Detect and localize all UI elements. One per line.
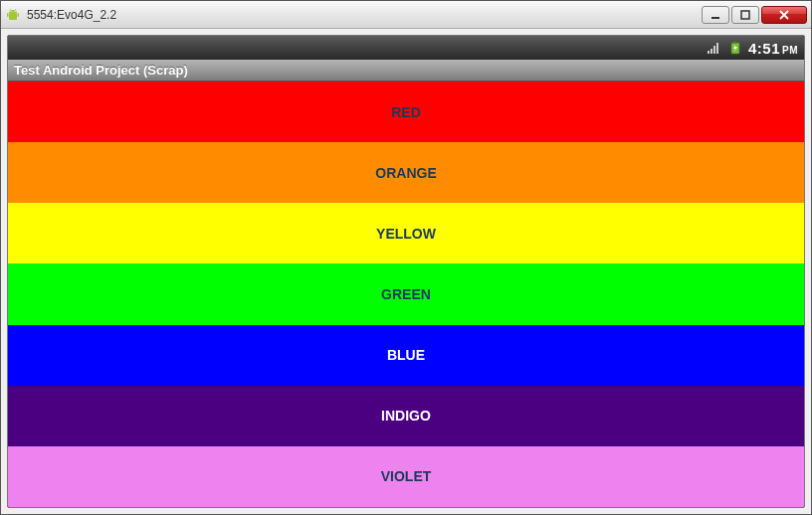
close-button[interactable] bbox=[761, 6, 807, 24]
svg-point-2 bbox=[14, 10, 15, 11]
list-item[interactable]: INDIGO bbox=[8, 386, 804, 446]
list-item[interactable]: ORANGE bbox=[8, 142, 804, 203]
list-item[interactable]: GREEN bbox=[8, 263, 804, 324]
clock-time: 4:51 bbox=[748, 40, 780, 57]
svg-point-1 bbox=[10, 10, 11, 11]
client-area: 4:51PM Test Android Project (Scrap) REDO… bbox=[1, 29, 811, 514]
svg-line-5 bbox=[10, 9, 11, 11]
color-label: RED bbox=[391, 104, 421, 120]
emulator-screen: 4:51PM Test Android Project (Scrap) REDO… bbox=[7, 35, 805, 508]
svg-rect-12 bbox=[716, 43, 718, 54]
signal-icon bbox=[707, 41, 722, 55]
clock: 4:51PM bbox=[748, 40, 798, 57]
svg-rect-14 bbox=[733, 42, 736, 44]
svg-rect-8 bbox=[741, 11, 749, 19]
list-item[interactable]: RED bbox=[8, 82, 804, 142]
svg-rect-11 bbox=[713, 46, 715, 54]
svg-rect-7 bbox=[711, 17, 719, 19]
window-controls bbox=[700, 6, 807, 24]
color-label: BLUE bbox=[387, 347, 425, 363]
android-icon bbox=[5, 7, 21, 23]
svg-rect-10 bbox=[710, 49, 712, 54]
clock-ampm: PM bbox=[782, 45, 798, 56]
color-label: ORANGE bbox=[375, 165, 436, 181]
android-statusbar[interactable]: 4:51PM bbox=[8, 36, 804, 60]
app-title: Test Android Project (Scrap) bbox=[14, 63, 188, 78]
svg-rect-4 bbox=[18, 13, 20, 17]
svg-rect-9 bbox=[708, 51, 710, 54]
minimize-button[interactable] bbox=[702, 6, 729, 24]
battery-icon bbox=[728, 41, 742, 55]
window-titlebar[interactable]: 5554:Evo4G_2.2 bbox=[1, 1, 811, 29]
color-label: GREEN bbox=[381, 286, 431, 302]
emulator-window: 5554:Evo4G_2.2 bbox=[0, 0, 812, 515]
list-item[interactable]: BLUE bbox=[8, 325, 804, 386]
svg-rect-0 bbox=[9, 13, 17, 20]
app-titlebar: Test Android Project (Scrap) bbox=[8, 60, 804, 82]
list-item[interactable]: YELLOW bbox=[8, 203, 804, 263]
list-item[interactable]: VIOLET bbox=[8, 446, 804, 507]
color-label: YELLOW bbox=[376, 226, 436, 242]
color-label: INDIGO bbox=[381, 408, 431, 424]
svg-rect-3 bbox=[7, 13, 9, 17]
color-list: REDORANGEYELLOWGREENBLUEINDIGOVIOLET bbox=[8, 82, 804, 507]
svg-line-6 bbox=[15, 9, 16, 11]
window-title: 5554:Evo4G_2.2 bbox=[27, 8, 700, 22]
color-label: VIOLET bbox=[381, 468, 432, 484]
maximize-button[interactable] bbox=[731, 6, 759, 24]
